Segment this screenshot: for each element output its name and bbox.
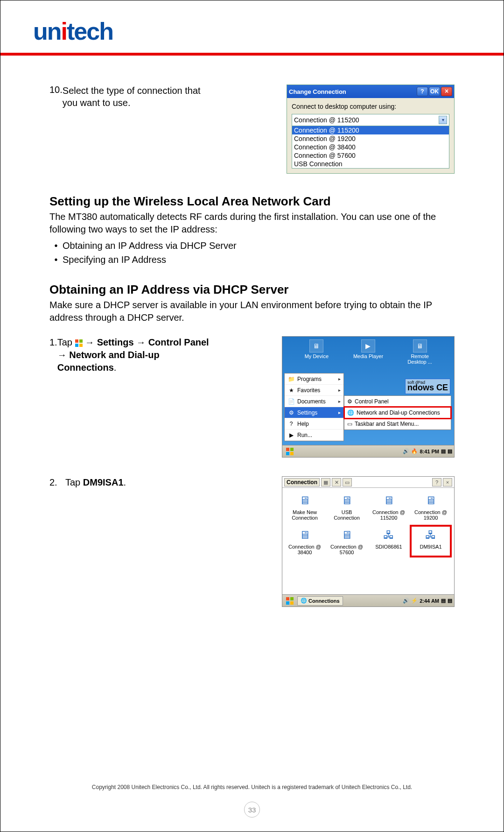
step-2-row: 2. Tap DM9ISA1. Connection ▦ ✕ ▭ ? × 🖥 [49, 476, 455, 607]
tray-icon[interactable]: ▤ [448, 598, 452, 604]
section-wlan-setup: Setting up the Wireless Local Area Netwo… [49, 194, 455, 267]
dropdown-list: Connection @ 115200 Connection @ 19200 C… [292, 126, 449, 168]
step-number: 1. [49, 336, 57, 374]
tray-icon: ⚡ [411, 598, 418, 604]
tray-icon[interactable]: ▤ [441, 598, 446, 604]
step-number: 2. [49, 476, 65, 489]
window-toolbar: Connection ▦ ✕ ▭ ? × [282, 477, 454, 488]
close-button[interactable]: × [441, 87, 452, 96]
change-connection-dialog: Change Connection ? OK × Connect to desk… [287, 85, 455, 174]
paragraph: The MT380 automatically detects RF cards… [49, 211, 455, 236]
chevron-down-icon[interactable]: ▾ [439, 116, 447, 124]
submenu-item[interactable]: ⚙Control Panel [344, 396, 451, 407]
start-button[interactable] [284, 447, 295, 456]
dialog-titlebar: Change Connection ? OK × [287, 85, 454, 98]
dropdown-option[interactable]: USB Connection [292, 160, 449, 168]
taskbar: 🌐Connections 🔊⚡2:44 AM▤▤ [282, 594, 454, 606]
bullet-item: •Specifying an IP Address [49, 253, 455, 267]
start-menu: 📁Programs▸★Favorites▸📄Documents▸⚙Setting… [284, 373, 344, 441]
connection-icon[interactable]: 🖥Connection @ 19200 [411, 492, 450, 522]
dropdown-option[interactable]: Connection @ 19200 [292, 134, 449, 143]
dialog-body: Connect to desktop computer using: Conne… [287, 98, 454, 173]
step-10-text: 10. Select the type of connection that y… [49, 85, 213, 109]
tray-icon: 🔊 [403, 598, 409, 604]
heading: Obtaining an IP Address via DHCP Server [49, 282, 455, 297]
taskbar-button[interactable]: 🌐Connections [297, 596, 343, 606]
paragraph: Make sure a DHCP server is available in … [49, 299, 455, 324]
help-button[interactable]: ? [417, 87, 428, 96]
start-menu-item[interactable]: 📄Documents▸ [285, 396, 343, 407]
page-number: 33 [244, 802, 260, 818]
content: 10. Select the type of connection that y… [49, 85, 455, 607]
ok-button[interactable]: OK [429, 87, 440, 96]
dropdown-option[interactable]: Connection @ 57600 [292, 151, 449, 160]
page: unitech 10. Select the type of connectio… [0, 0, 504, 832]
clock: 2:44 AM [420, 598, 439, 604]
step-2-text: 2. Tap DM9ISA1. [49, 476, 213, 489]
connection-icon[interactable]: 🖥Make New Connection [285, 492, 324, 522]
bullet-item: •Obtaining an IP Address via DHCP Server [49, 239, 455, 253]
start-menu-item[interactable]: ⚙Settings▸ [285, 407, 343, 418]
connection-icon[interactable]: 🖧SDIO86861 [369, 526, 408, 556]
close-button[interactable]: × [443, 478, 452, 487]
dropdown-option[interactable]: Connection @ 115200 [292, 126, 449, 134]
footer-copyright: Copyright 2008 Unitech Electronics Co., … [0, 784, 504, 790]
tray-icon: 🔊 [403, 448, 409, 454]
windows-ce-logo: soft dPadndows CE [405, 379, 450, 394]
step-1-row: 1. Tap → Settings → Control Panel → Netw… [49, 336, 455, 458]
dropdown-option[interactable]: Connection @ 38400 [292, 143, 449, 151]
connection-icon[interactable]: 🖥Connection @ 115200 [369, 492, 408, 522]
taskbar: 🔊🔥8:41 PM▤▤ [282, 445, 454, 457]
brand-logo: unitech [33, 17, 113, 45]
screenshot-start-menu: 🖥My Device▶Media Player🖥Remote Desktop .… [282, 336, 455, 458]
toolbar-button[interactable]: ✕ [332, 478, 341, 487]
toolbar-button[interactable]: ▦ [321, 478, 330, 487]
start-menu-item[interactable]: ?Help [285, 418, 343, 430]
step-body: Select the type of connection that you w… [63, 85, 213, 109]
desktop-icon[interactable]: ▶Media Player [350, 339, 387, 365]
connect-label: Connect to desktop computer using: [292, 103, 449, 110]
dialog-title: Change Connection [289, 88, 346, 95]
bullet-list: •Obtaining an IP Address via DHCP Server… [49, 239, 455, 267]
connection-icon[interactable]: 🖥Connection @ 57600 [327, 526, 366, 556]
desktop-icons: 🖥My Device▶Media Player🖥Remote Desktop .… [291, 339, 446, 365]
window-title: Connection [284, 478, 320, 487]
toolbar-button[interactable]: ▭ [343, 478, 352, 487]
submenu-item[interactable]: ▭Taskbar and Start Menu... [344, 418, 451, 430]
tray-icon[interactable]: ▤ [441, 448, 446, 454]
step-number: 10. [49, 85, 63, 109]
step-10-row: 10. Select the type of connection that y… [49, 85, 455, 174]
connections-grid: 🖥Make New Connection🖥USB Connection🖥Conn… [282, 488, 454, 560]
connection-icon[interactable]: 🖧DM9ISA1 [411, 526, 450, 556]
desktop-icon[interactable]: 🖥Remote Desktop ... [401, 339, 439, 365]
desktop-icon[interactable]: 🖥My Device [298, 339, 335, 365]
tray-icon: 🔥 [411, 448, 418, 454]
start-menu-item[interactable]: ▶Run... [285, 430, 343, 441]
start-menu-item[interactable]: 📁Programs▸ [285, 374, 343, 385]
clock: 8:41 PM [420, 449, 439, 454]
connection-dropdown[interactable]: Connection @ 115200 ▾ Connection @ 11520… [292, 114, 449, 169]
divider [0, 53, 504, 56]
globe-icon: 🌐 [301, 598, 307, 604]
windows-icon [75, 339, 83, 347]
step-1-text: 1. Tap → Settings → Control Panel → Netw… [49, 336, 213, 374]
connection-icon[interactable]: 🖥Connection @ 38400 [285, 526, 324, 556]
start-menu-item[interactable]: ★Favorites▸ [285, 385, 343, 396]
heading: Setting up the Wireless Local Area Netwo… [49, 194, 455, 209]
start-button[interactable] [284, 596, 295, 606]
connection-icon[interactable]: 🖥USB Connection [327, 492, 366, 522]
dropdown-selected[interactable]: Connection @ 115200 ▾ [292, 114, 449, 126]
help-button[interactable]: ? [432, 478, 441, 487]
system-tray: 🔊⚡2:44 AM▤▤ [403, 598, 454, 604]
screenshot-connections: Connection ▦ ✕ ▭ ? × 🖥Make New Connectio… [282, 476, 455, 607]
settings-submenu: ⚙Control Panel🌐Network and Dial-up Conne… [344, 395, 451, 430]
submenu-item[interactable]: 🌐Network and Dial-up Connections [344, 407, 451, 418]
section-dhcp: Obtaining an IP Address via DHCP Server … [49, 282, 455, 324]
tray-icon[interactable]: ▤ [448, 448, 452, 454]
system-tray: 🔊🔥8:41 PM▤▤ [403, 448, 454, 454]
